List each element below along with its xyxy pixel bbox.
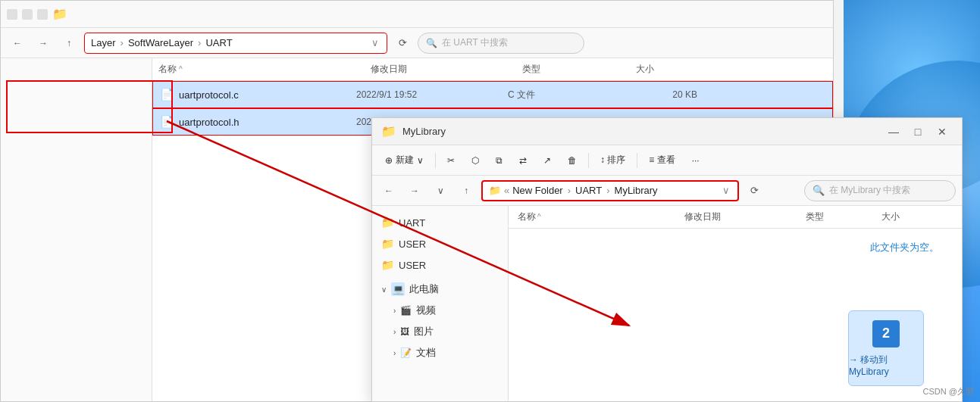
maximize-button[interactable] — [22, 9, 33, 20]
breadcrumb[interactable]: Layer › SoftWareLayer › UART ∨ — [84, 33, 387, 54]
dropdown-arrow: ∨ — [371, 37, 379, 48]
paste-button[interactable]: ⧉ — [489, 150, 509, 171]
pictures-icon: 🖼 — [400, 326, 409, 337]
sidebar-item-user1[interactable]: 📁 USER — [372, 233, 508, 254]
breadcrumb-sep-2: › — [198, 37, 201, 48]
new-button[interactable]: ⊕ 新建 ∨ — [378, 150, 431, 171]
breadcrumb-part-1: Layer — [91, 37, 116, 48]
folder-icon-uart: 📁 — [381, 217, 394, 229]
up-button[interactable]: ↑ — [58, 33, 80, 54]
cut-button[interactable]: ✂ — [440, 150, 462, 171]
plus-icon: ⊕ — [385, 155, 393, 166]
overlay-toolbar: ⊕ 新建 ∨ ✂ ⬡ ⧉ ⇄ ↗ 🗑 ↕ 排序 ≡ 查看 ··· — [372, 145, 962, 176]
send-button[interactable]: ↗ — [537, 150, 558, 171]
overlay-forward-button[interactable]: → — [404, 180, 425, 201]
overlay-content: 📁 UART 📁 USER 📁 USER ∨ 💻 此电脑 › 🎬 视频 — [372, 206, 962, 401]
video-icon: 🎬 — [400, 305, 412, 316]
col-header-date[interactable]: 修改日期 — [371, 63, 522, 76]
overlay-window: 📁 MyLibrary — □ ✕ ⊕ 新建 ∨ ✂ ⬡ ⧉ ⇄ ↗ 🗑 ↕ 排… — [371, 117, 963, 402]
drop-count-badge: 2 — [872, 320, 900, 347]
forward-button[interactable]: → — [33, 33, 54, 54]
toolbar-separator — [435, 153, 436, 168]
column-headers: 名称 ^ 修改日期 类型 大小 — [152, 58, 833, 81]
main-sidebar — [1, 58, 152, 401]
overlay-maximize-button[interactable]: □ — [907, 124, 928, 139]
overlay-breadcrumb-part-3: MyLibrary — [615, 185, 658, 196]
overlay-dropdown-button[interactable]: ∨ — [430, 180, 451, 201]
overlay-close-button[interactable]: ✕ — [931, 124, 953, 139]
documents-icon: 📝 — [400, 347, 412, 358]
sidebar-item-videos[interactable]: › 🎬 视频 — [372, 300, 508, 321]
sidebar-item-pictures[interactable]: › 🖼 图片 — [372, 321, 508, 342]
overlay-breadcrumb-sep-1: › — [568, 185, 571, 196]
overlay-addressbar: ← → ∨ ↑ 📁 « New Folder › UART › MyLibrar… — [372, 176, 962, 206]
sidebar-item-uart[interactable]: 📁 UART — [372, 212, 508, 233]
breadcrumb-part-3: UART — [205, 37, 232, 48]
delete-button[interactable]: 🗑 — [561, 150, 584, 171]
toolbar-separator-3 — [637, 153, 637, 168]
expand-icon-videos: › — [393, 307, 396, 315]
overlay-folder-icon: 📁 — [381, 124, 396, 139]
search-icon: 🔍 — [426, 38, 437, 48]
overlay-sidebar: 📁 UART 📁 USER 📁 USER ∨ 💻 此电脑 › 🎬 视频 — [372, 206, 509, 401]
col-header-type[interactable]: 类型 — [522, 63, 636, 76]
overlay-breadcrumb-sep0: « — [504, 185, 509, 196]
overlay-search-placeholder: 在 MyLibrary 中搜索 — [829, 184, 910, 197]
main-addressbar: ← → ↑ Layer › SoftWareLayer › UART ∨ ⟳ 🔍… — [1, 28, 833, 58]
copy-button[interactable]: ⬡ — [465, 150, 486, 171]
main-titlebar: 📁 — [1, 1, 833, 28]
ov-col-header-type[interactable]: 类型 — [806, 210, 881, 223]
overlay-main-area: 名称 ^ 修改日期 类型 大小 此文件夹为空。 2 → — [509, 206, 962, 401]
overlay-search-box: 🔍 在 MyLibrary 中搜索 — [804, 180, 956, 201]
back-button[interactable]: ← — [7, 33, 28, 54]
sort-button[interactable]: ↕ 排序 — [593, 150, 632, 171]
overlay-file-list: 此文件夹为空。 2 → 移动到 MyLibrary — [509, 229, 962, 401]
ov-col-header-name[interactable]: 名称 ^ — [518, 210, 684, 223]
overlay-up-button[interactable]: ↑ — [456, 180, 477, 201]
file-icon: 📄 — [159, 114, 174, 129]
dropdown-icon: ∨ — [417, 155, 424, 166]
overlay-minimize-button[interactable]: — — [883, 124, 904, 139]
view-button[interactable]: ≡ 查看 — [642, 150, 681, 171]
refresh-button[interactable]: ⟳ — [392, 33, 413, 54]
folder-icon-user1: 📁 — [381, 238, 394, 250]
table-row[interactable]: 📄 uartprotocol.c 2022/9/1 19:52 C 文件 20 … — [152, 81, 833, 108]
breadcrumb-sep-1: › — [121, 37, 124, 48]
main-search-box: 🔍 在 UART 中搜索 — [418, 33, 584, 54]
sidebar-item-pc[interactable]: ∨ 💻 此电脑 — [372, 279, 508, 300]
overlay-title: MyLibrary — [402, 126, 446, 137]
overlay-folder-icon-sm: 📁 — [489, 185, 501, 196]
more-button[interactable]: ··· — [685, 150, 706, 171]
overlay-breadcrumb-part-2: UART — [575, 185, 602, 196]
col-header-name[interactable]: 名称 ^ — [158, 63, 371, 76]
sidebar-item-user2[interactable]: 📁 USER — [372, 254, 508, 276]
overlay-titlebar: 📁 MyLibrary — □ ✕ — [372, 118, 962, 145]
minimize-button[interactable] — [7, 9, 17, 20]
drop-target-box: 2 → 移动到 MyLibrary — [848, 310, 924, 386]
file-icon: 📄 — [159, 87, 174, 102]
name-sort-icon: ^ — [179, 65, 183, 73]
empty-folder-text: 此文件夹为空。 — [870, 241, 939, 254]
expand-icon-pictures: › — [393, 328, 396, 336]
window-controls: — □ ✕ — [883, 124, 953, 139]
overlay-refresh-button[interactable]: ⟳ — [744, 180, 765, 201]
overlay-search-icon: 🔍 — [812, 185, 825, 196]
drop-label: → 移动到 MyLibrary — [849, 354, 923, 377]
sidebar-item-documents[interactable]: › 📝 文档 — [372, 342, 508, 363]
folder-icon: 📁 — [52, 7, 67, 22]
folder-icon-user2: 📁 — [381, 259, 394, 271]
share-button[interactable]: ⇄ — [512, 150, 534, 171]
expand-icon: ∨ — [381, 285, 387, 294]
expand-icon-docs: › — [393, 349, 396, 357]
csdn-watermark: CSDN @久羽 — [923, 386, 974, 397]
main-search-placeholder: 在 UART 中搜索 — [442, 36, 508, 49]
overlay-back-button[interactable]: ← — [378, 180, 399, 201]
overlay-column-headers: 名称 ^ 修改日期 类型 大小 — [509, 206, 962, 229]
close-button[interactable] — [37, 9, 48, 20]
breadcrumb-part-2: SoftWareLayer — [128, 37, 193, 48]
overlay-dropdown-icon: ∨ — [722, 185, 730, 196]
col-header-size[interactable]: 大小 — [636, 63, 712, 76]
ov-col-header-size[interactable]: 大小 — [881, 210, 942, 223]
overlay-breadcrumb[interactable]: 📁 « New Folder › UART › MyLibrary ∨ — [481, 180, 739, 201]
ov-col-header-date[interactable]: 修改日期 — [684, 210, 806, 223]
